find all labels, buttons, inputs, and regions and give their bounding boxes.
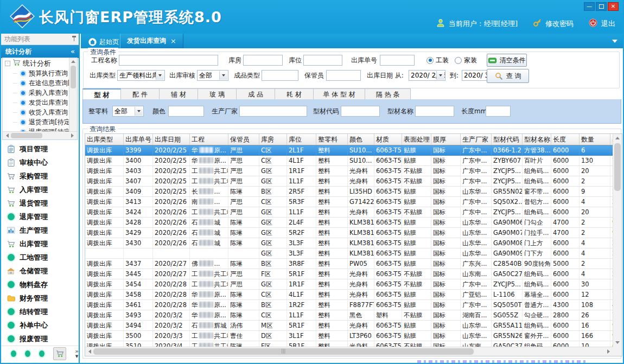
table-row[interactable]: 调拨出库34542020/2/28工共工程严思G区1R1F整料光身料6063-T…: [85, 279, 622, 290]
material-tab[interactable]: 玻 璃: [198, 88, 237, 100]
dot-icon[interactable]: [39, 350, 44, 357]
maker-input[interactable]: [239, 106, 307, 117]
clear-conditions-button[interactable]: 清空条件: [487, 54, 527, 67]
search-button[interactable]: 查 询: [487, 69, 529, 83]
sidebar-item[interactable]: 出库管理: [1, 237, 79, 251]
column-header[interactable]: 出库类型: [85, 134, 124, 145]
table-row[interactable]: 调拨出库34092020/2/25长...陈琳B区2R5F整料LI35HD606…: [85, 187, 622, 197]
sidebar-item[interactable]: 采购管理: [1, 169, 79, 183]
table-row[interactable]: 调拨出库34002020/2/25华原...严思C区4L1F整料SU10...6…: [85, 156, 622, 166]
material-tab[interactable]: 配 件: [121, 88, 160, 100]
column-header[interactable]: 保管员: [228, 134, 259, 145]
tree-vscrollbar[interactable]: [69, 58, 77, 132]
tree-item[interactable]: —退货查询[待定]: [3, 117, 77, 127]
whole-part-combo[interactable]: 全部: [112, 106, 144, 117]
table-row[interactable]: 调拨出库34282020/2/26石城陈琳G区2L4F整料KLM38176063…: [85, 218, 622, 228]
table-row[interactable]: 调拨出库35002020/3/3工共工程曹佳D区3L1F整料LT3P606063…: [85, 331, 622, 341]
logout-link[interactable]: 退出: [601, 19, 615, 29]
section-header[interactable]: 统计分析 «: [1, 45, 79, 58]
location-input[interactable]: [303, 55, 342, 66]
column-header[interactable]: 数量: [580, 134, 610, 145]
material-tab[interactable]: 型 材: [82, 88, 121, 100]
tab-list-dropdown-icon[interactable]: [612, 40, 617, 43]
sidebar-item[interactable]: 退库管理: [1, 210, 79, 223]
minimize-button[interactable]: —: [584, 2, 595, 11]
date-from-picker[interactable]: 2020/ 2/16: [409, 70, 445, 81]
column-header[interactable]: 型材名称: [523, 134, 551, 145]
column-header[interactable]: 材质: [374, 134, 402, 145]
tree-item[interactable]: —收货入库查询: [3, 107, 77, 117]
tree-item[interactable]: —预算执行查询: [3, 68, 77, 78]
table-row[interactable]: 调拨出库34372020/2/27佛...陈琳B区3R8F整料PW056063-…: [85, 259, 622, 269]
material-tab[interactable]: 耗 材: [275, 88, 314, 100]
project-name-input[interactable]: [119, 55, 218, 66]
table-row[interactable]: 调拨出库33992020/2/25华原...严思C区2L1F整料SU10...6…: [85, 145, 622, 156]
chevron-more-icon[interactable]: »▾: [75, 349, 79, 359]
table-row[interactable]: 调拨出库34302020/2/26石城陈琳G区3L3F整料KLM38176063…: [85, 238, 622, 248]
sidebar-item[interactable]: 审核中心: [1, 156, 79, 169]
tab-active[interactable]: 发货出库查询 ×: [120, 34, 183, 48]
cart-button[interactable]: [53, 347, 66, 360]
profile-code-input[interactable]: [341, 106, 380, 117]
table-hscrollbar[interactable]: [85, 347, 613, 356]
sidebar-item[interactable]: 报废管理: [1, 332, 79, 346]
table-row[interactable]: 调拨出库34452020/2/27工共工程严思F区5R1F整料光身料6063-T…: [85, 269, 622, 279]
sidebar-item[interactable]: 生产管理: [1, 223, 79, 237]
material-tab[interactable]: 隔 热 条: [365, 88, 411, 100]
column-header[interactable]: 工程: [190, 134, 228, 145]
sidebar-item[interactable]: 工地管理: [1, 251, 79, 264]
order-no-input[interactable]: [380, 55, 415, 66]
tree-hscrollbar[interactable]: [3, 131, 77, 139]
table-row[interactable]: 调拨出库34132020/2/26南...严思C区5R3F整料G71422606…: [85, 197, 622, 207]
table-row[interactable]: G区3L3F整料KLM38176063-T5贴膜国标山东华...GA90M09.…: [85, 248, 622, 259]
table-row[interactable]: 调拨出库34292020/2/26石城陈琳G区5R2F整料KLM38176063…: [85, 228, 622, 238]
tree-item[interactable]: —发货出库查询: [3, 98, 77, 107]
sidebar-item[interactable]: 补单中心: [1, 318, 79, 332]
length-input[interactable]: [486, 106, 511, 117]
tab-close-icon[interactable]: ×: [170, 37, 176, 45]
column-header[interactable]: 生产厂家: [461, 134, 492, 145]
column-header[interactable]: 整零料: [316, 134, 348, 145]
tab-home[interactable]: 起始页: [83, 35, 124, 48]
pin-icon[interactable]: [74, 37, 74, 41]
column-header[interactable]: 膜厚: [431, 134, 461, 145]
warehouse-input[interactable]: [243, 55, 283, 66]
table-row[interactable]: 调拨出库34612020/2/28华原...陈琳B区1R2F整料F8877FT6…: [85, 300, 622, 310]
column-header[interactable]: 出库单号: [124, 134, 153, 145]
column-header[interactable]: 出库日期: [153, 134, 190, 145]
close-button[interactable]: ✕: [608, 2, 619, 11]
column-header[interactable]: 颜色: [348, 134, 374, 145]
table-vscrollbar[interactable]: [613, 134, 622, 347]
product-type-input[interactable]: [262, 70, 298, 81]
radio-jiazhuang[interactable]: 家装: [455, 55, 477, 66]
sidebar-item[interactable]: 入库管理: [1, 183, 79, 196]
tree-item[interactable]: —在途信息查询[待: [3, 78, 77, 88]
table-row[interactable]: 调拨出库34032020/2/25工共工程严思G区1R1F整料光身料6063-T…: [85, 166, 622, 176]
keeper-input[interactable]: [326, 70, 361, 81]
tree-expander-icon[interactable]: -: [5, 61, 10, 66]
dot-icon[interactable]: [25, 350, 30, 357]
table-row[interactable]: 调拨出库34242020/2/26工共工程严思G区1L1F整料光身料6063-T…: [85, 207, 622, 218]
material-tab[interactable]: 辅 材: [160, 88, 198, 100]
dot-icon[interactable]: [11, 350, 16, 357]
table-row[interactable]: 调拨出库34942020/3/2石辉城汤伟M区5R1F整料光身料6063-T5贴…: [85, 321, 622, 331]
column-header[interactable]: 表面处理: [402, 134, 431, 145]
tree-root[interactable]: -统计分析: [3, 58, 77, 68]
column-header[interactable]: 型材代码: [492, 134, 523, 145]
audit-combo[interactable]: 全部: [197, 70, 228, 81]
sidebar-item[interactable]: 财务管理: [1, 291, 79, 305]
color-input[interactable]: [168, 106, 204, 117]
sidebar-item[interactable]: 结转管理: [1, 305, 79, 318]
sidebar-item[interactable]: 退货管理: [1, 196, 79, 210]
profile-name-input[interactable]: [415, 106, 454, 117]
table-row[interactable]: 调拨出库34072020/2/25工共工程严思G区1L1F整料光身料6063-T…: [85, 176, 622, 187]
column-header[interactable]: 库房: [259, 134, 287, 145]
collapse-icon[interactable]: «: [71, 45, 75, 58]
column-header[interactable]: 库位: [287, 134, 316, 145]
column-header[interactable]: 长度: [551, 134, 580, 145]
out-type-combo[interactable]: 生产领料出库: [117, 70, 165, 81]
radio-gongzhuang[interactable]: 工装: [426, 55, 449, 66]
maximize-button[interactable]: [596, 2, 607, 11]
sidebar-item[interactable]: 物料盘存: [1, 278, 79, 291]
sidebar-item[interactable]: 仓储管理: [1, 264, 79, 278]
